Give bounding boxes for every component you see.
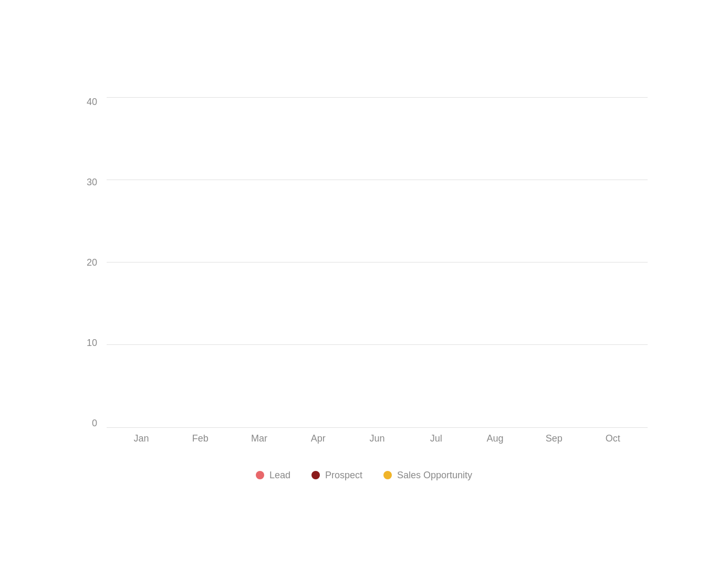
- x-axis-label: Jun: [348, 433, 407, 444]
- chart-area: 403020100 JanFebMarAprJunJulAugSepOct: [80, 97, 648, 454]
- y-axis: 403020100: [80, 97, 107, 454]
- x-axis-label: Oct: [584, 433, 642, 444]
- legend-dot: [256, 471, 264, 479]
- chart-container: 403020100 JanFebMarAprJunJulAugSepOct Le…: [49, 55, 679, 512]
- legend-label: Sales Opportunity: [397, 470, 472, 481]
- legend-label: Lead: [269, 470, 290, 481]
- x-axis: JanFebMarAprJunJulAugSepOct: [107, 428, 648, 454]
- legend-dot: [311, 471, 320, 479]
- x-axis-label: Aug: [465, 433, 524, 444]
- y-axis-label: 40: [87, 97, 97, 107]
- x-axis-label: Mar: [230, 433, 288, 444]
- x-axis-label: Feb: [171, 433, 230, 444]
- x-axis-label: Sep: [525, 433, 584, 444]
- x-axis-label: Jul: [407, 433, 465, 444]
- x-axis-label: Apr: [289, 433, 348, 444]
- chart-legend: LeadProspectSales Opportunity: [80, 470, 648, 481]
- y-axis-label: 20: [87, 258, 97, 267]
- legend-label: Prospect: [325, 470, 362, 481]
- y-axis-label: 0: [92, 418, 97, 428]
- legend-item: Sales Opportunity: [383, 470, 472, 481]
- chart-body: JanFebMarAprJunJulAugSepOct: [107, 97, 648, 454]
- legend-item: Lead: [256, 470, 290, 481]
- bars-and-grid: [107, 97, 648, 428]
- legend-item: Prospect: [311, 470, 362, 481]
- x-axis-label: Jan: [112, 433, 171, 444]
- y-axis-label: 10: [87, 338, 97, 348]
- legend-dot: [383, 471, 392, 479]
- y-axis-label: 30: [87, 177, 97, 187]
- bars-row: [107, 97, 648, 428]
